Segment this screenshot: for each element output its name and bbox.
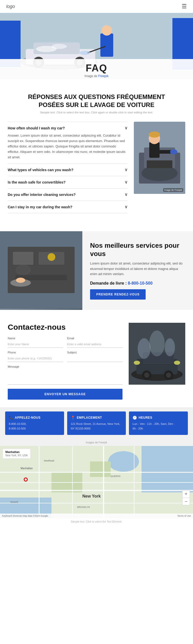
info-card-location-header: 📍 EMPLACEMENT [71, 416, 122, 420]
svg-rect-59 [0, 503, 193, 503]
faq-image: Image de Freepik [134, 122, 185, 194]
svg-rect-63 [134, 446, 135, 518]
svg-text:Steelhead: Steelhead [44, 459, 54, 462]
svg-point-71 [25, 478, 27, 481]
faq-question-1[interactable]: What types of vehicles can you wash? ∨ [8, 167, 128, 172]
svg-rect-13 [100, 34, 113, 57]
info-card-location: 📍 EMPLACEMENT 121 Rock Street, 21 Avenue… [67, 411, 126, 435]
svg-rect-55 [90, 461, 111, 477]
info-card-hours-content: Lun - Ven : 11h - 20h, Sam, Dim : 6h - 2… [133, 422, 184, 431]
faq-question-3[interactable]: Do you offer interior cleaning services?… [8, 192, 128, 197]
svg-rect-26 [147, 160, 172, 168]
svg-point-33 [48, 253, 55, 261]
faq-item-3: Do you offer interior cleaning services?… [8, 188, 128, 201]
subject-label: Subject [67, 351, 122, 354]
map-zoom-out-button[interactable]: − [182, 498, 190, 505]
svg-text:Newark: Newark [10, 501, 18, 503]
info-cards-section: 📞 APPELEZ-NOUS 8-800-10-500, 8-800-10-50… [0, 407, 193, 439]
svg-point-44 [134, 361, 140, 365]
phone-subject-row: Phone Subject [8, 351, 122, 362]
faq-item-0: How often should I wash my car? ∨ Answer… [8, 122, 128, 163]
svg-rect-61 [72, 446, 73, 518]
svg-point-45 [174, 361, 180, 365]
map-section: New York Manhattan Steelhead QUEENS BROO… [0, 446, 193, 518]
faq-answer-0: Answer. Lorem ipsum dolor sit amet, cons… [8, 133, 128, 160]
info-cards-attribution: Images de Freepik [0, 439, 193, 446]
contact-image-area [129, 323, 185, 385]
hero-section: FAQ Image de Freepik [0, 13, 193, 80]
phone-icon: 📞 [9, 416, 13, 420]
svg-rect-21 [149, 142, 160, 158]
faq-question-0[interactable]: How often should I wash my car? ∨ [8, 126, 128, 130]
services-section: Nos meilleurs services pour vous Lorem i… [0, 231, 193, 310]
map-attribution: Keyboard shortcuts Map data ©2024 Google [2, 515, 48, 517]
svg-text:Manhattan: Manhattan [21, 467, 33, 470]
svg-point-41 [144, 373, 149, 378]
name-input[interactable] [8, 341, 63, 348]
logo: logo [6, 4, 15, 9]
send-button[interactable]: ENVOYER UN MESSAGE [8, 389, 122, 400]
chevron-down-icon-4: ∨ [125, 204, 128, 209]
svg-point-16 [80, 51, 90, 55]
email-input[interactable] [67, 341, 122, 348]
services-content: Nos meilleurs services pour vous Lorem i… [82, 231, 193, 310]
map-location-sub: New York, NY, USA [5, 454, 28, 457]
email-label: Email [67, 337, 122, 340]
svg-text:BROOKLYN: BROOKLYN [77, 506, 90, 508]
services-phone-label: Demande de livre : 8-800-10-500 [90, 281, 185, 286]
map-zoom-in-button[interactable]: + [182, 491, 190, 498]
message-input[interactable] [8, 369, 122, 385]
faq-question-2[interactable]: Is the wash safe for convertibles? ∨ [8, 180, 128, 185]
faq-item-1: What types of vehicles can you wash? ∨ [8, 163, 128, 176]
map-background: New York Manhattan Steelhead QUEENS BROO… [0, 446, 193, 518]
phone-label: Phone [8, 351, 63, 354]
location-icon: 📍 [71, 416, 75, 420]
svg-text:New York: New York [82, 494, 101, 498]
svg-point-35 [16, 278, 25, 283]
hero-overlay: FAQ Image de Freepik [0, 59, 193, 80]
menu-button[interactable]: ☰ [182, 3, 187, 10]
info-card-hours: 🕐 HEURES Lun - Ven : 11h - 20h, Sam, Dim… [129, 411, 188, 435]
faq-item-4: Can I stay in my car during the wash? ∨ [8, 201, 128, 213]
subject-input[interactable] [67, 355, 122, 362]
svg-point-47 [149, 331, 165, 356]
hero-title: FAQ [0, 63, 193, 74]
name-email-row: Name Email [8, 337, 122, 348]
name-group: Name [8, 337, 63, 348]
info-card-phone: 📞 APPELEZ-NOUS 8-800-10-500, 8-800-10-50… [5, 411, 64, 435]
svg-point-31 [15, 265, 31, 275]
page-sample-text: Sample text. Click to select the Text El… [0, 518, 193, 525]
info-card-phone-header: 📞 APPELEZ-NOUS [9, 416, 60, 420]
map-terms[interactable]: Terms of Use [177, 515, 191, 517]
faq-sample-text: Sample text. Click to select the text bo… [8, 111, 185, 114]
map-bottom-bar: Keyboard shortcuts Map data ©2024 Google… [0, 514, 193, 518]
svg-point-43 [166, 373, 171, 378]
svg-point-46 [138, 338, 151, 359]
faq-item-2: Is the wash safe for convertibles? ∨ [8, 176, 128, 188]
info-card-phone-content: 8-800-10-500, 8-800-10-500 [9, 422, 60, 431]
map-location-title: Manhattan [5, 450, 28, 453]
services-image [0, 231, 82, 310]
header: logo ☰ [0, 0, 193, 13]
faq-right-image: Image de Freepik [134, 122, 185, 194]
faq-section: RÉPONSES AUX QUESTIONS FRÉQUEMMENT POSÉE… [0, 80, 193, 221]
chevron-down-icon-1: ∨ [125, 167, 128, 172]
svg-point-25 [170, 149, 177, 154]
faq-question-4[interactable]: Can I stay in my car during the wash? ∨ [8, 204, 128, 209]
svg-point-48 [165, 338, 175, 356]
services-title: Nos meilleurs services pour vous [90, 242, 185, 258]
chevron-down-icon-2: ∨ [125, 180, 128, 185]
svg-rect-56 [0, 472, 193, 473]
phone-input[interactable] [8, 355, 63, 362]
message-label: Message [8, 365, 122, 368]
info-card-hours-header: 🕐 HEURES [133, 416, 184, 420]
contact-form-area: Contactez-nous Name Email Phone Subject … [8, 323, 122, 400]
svg-rect-62 [103, 446, 104, 518]
name-label: Name [8, 337, 63, 340]
svg-rect-29 [13, 252, 33, 265]
faq-image-label: Image de Freepik [163, 188, 183, 192]
svg-point-23 [149, 131, 160, 138]
info-card-location-content: 121 Rock Street, 21 Avenue, New York, NY… [71, 422, 122, 431]
clock-icon: 🕐 [133, 416, 137, 420]
appointment-button[interactable]: PRENDRE RENDEZ-VOUS [90, 289, 146, 300]
